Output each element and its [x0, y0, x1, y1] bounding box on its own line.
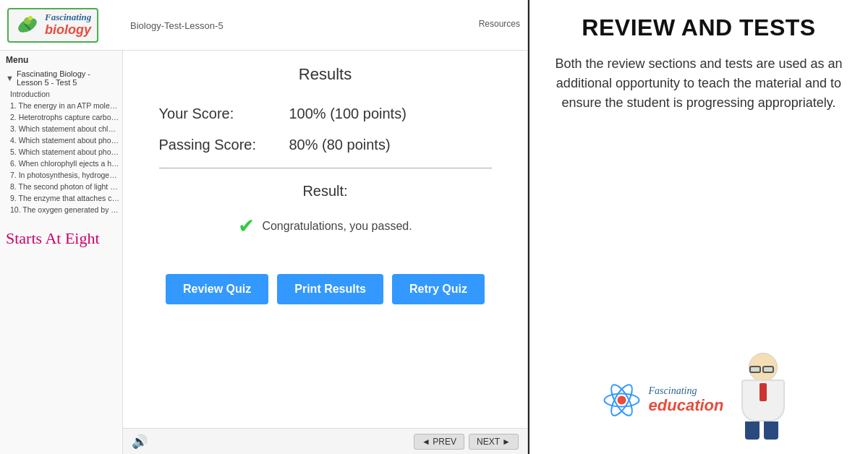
starts-at-eight-logo: Starts At Eight	[0, 215, 122, 254]
professor-tie	[760, 383, 767, 401]
biology-logo-icon	[14, 12, 41, 38]
passing-score-label: Passing Score:	[159, 137, 289, 153]
edu-logo-text: Fascinating education	[649, 385, 724, 414]
atom-icon	[602, 380, 642, 420]
retry-quiz-button[interactable]: Retry Quiz	[392, 274, 485, 304]
list-item[interactable]: 2. Heterotrophs capture carbon f...	[0, 111, 122, 123]
logo-fascinating-text: Fascinating	[45, 12, 91, 22]
check-mark-icon: ✔	[238, 214, 255, 238]
lens-right	[762, 366, 774, 373]
sidebar-intro[interactable]: Introduction	[0, 88, 122, 100]
list-item[interactable]: 3. Which statement about chloro...	[0, 123, 122, 134]
right-panel: REVIEW AND TESTS Both the review section…	[528, 0, 868, 454]
svg-point-4	[617, 395, 626, 404]
prev-button[interactable]: ◄ PREV	[414, 434, 464, 450]
congratulations-area: ✔ Congratulations, you passed.	[238, 214, 412, 238]
edu-fascinating-text: Fascinating	[649, 385, 724, 396]
logo-biology-text: biology	[45, 23, 91, 38]
divider	[159, 168, 492, 168]
list-item[interactable]: 9. The enzyme that attaches carb...	[0, 192, 122, 204]
edu-education-text: education	[649, 397, 724, 414]
professor-figure	[731, 353, 796, 447]
resources-link[interactable]: Resources	[479, 19, 520, 29]
body-area: Menu ▼ Fascinating Biology - Lesson 5 - …	[0, 51, 527, 454]
your-score-value: 100% (100 points)	[289, 106, 407, 122]
congratulations-text: Congratulations, you passed.	[262, 220, 412, 233]
breadcrumb-title: Biology-Test-Lesson-5	[130, 20, 224, 31]
sidebar: Menu ▼ Fascinating Biology - Lesson 5 - …	[0, 51, 123, 454]
right-panel-description: Both the review sections and tests are u…	[551, 54, 846, 341]
list-item[interactable]: 1. The energy in an ATP molecule...	[0, 100, 122, 111]
breadcrumb-area: Biology-Test-Lesson-5 Resources	[123, 19, 520, 32]
results-title: Results	[299, 65, 352, 84]
list-item[interactable]: 7. In photosynthesis, hydrogen io...	[0, 169, 122, 181]
fascinating-edu-logo: Fascinating education	[649, 385, 724, 414]
logo-box: Fascinating biology	[7, 8, 98, 43]
app-header: Fascinating biology Biology-Test-Lesson-…	[0, 0, 527, 51]
professor-legs	[745, 421, 781, 440]
sidebar-section-title[interactable]: ▼ Fascinating Biology - Lesson 5 - Test …	[0, 68, 122, 88]
professor-leg-left	[745, 421, 760, 440]
speaker-icon[interactable]: 🔊	[132, 434, 148, 450]
lens-left	[749, 366, 761, 373]
content-body: Results Your Score: 100% (100 points) Pa…	[123, 51, 527, 428]
svg-point-2	[28, 16, 33, 20]
right-panel-title: REVIEW AND TESTS	[582, 14, 815, 41]
result-label: Result:	[302, 183, 347, 200]
footer-nav: ◄ PREV NEXT ►	[414, 434, 519, 450]
list-item[interactable]: 5. Which statement about photos...	[0, 146, 122, 158]
right-bottom: Fascinating education	[602, 353, 796, 454]
main-content: Results Your Score: 100% (100 points) Pa…	[123, 51, 527, 454]
content-footer: 🔊 ◄ PREV NEXT ►	[123, 428, 527, 454]
list-item[interactable]: 6. When chlorophyll ejects a high...	[0, 158, 122, 169]
your-score-row: Your Score: 100% (100 points)	[159, 106, 492, 122]
sidebar-arrow-icon: ▼	[6, 74, 14, 82]
professor-glasses-icon	[749, 366, 777, 373]
buttons-row: Review Quiz Print Results Retry Quiz	[166, 274, 485, 304]
sidebar-menu-label: Menu	[0, 51, 122, 68]
passing-score-value: 80% (80 points)	[289, 137, 391, 153]
list-item[interactable]: 10. The oxygen generated by pho...	[0, 204, 122, 215]
list-item[interactable]: 8. The second photon of light stri...	[0, 181, 122, 192]
logo-text: Fascinating biology	[45, 12, 91, 37]
review-quiz-button[interactable]: Review Quiz	[166, 274, 268, 304]
logo-area: Fascinating biology	[7, 8, 123, 43]
passing-score-row: Passing Score: 80% (80 points)	[159, 137, 492, 153]
your-score-label: Your Score:	[159, 106, 289, 122]
left-panel: Fascinating biology Biology-Test-Lesson-…	[0, 0, 528, 454]
next-button[interactable]: NEXT ►	[469, 434, 519, 450]
professor-leg-right	[764, 421, 778, 440]
right-footer-logo: Fascinating education	[649, 385, 724, 414]
list-item[interactable]: 4. Which statement about photos...	[0, 134, 122, 146]
print-results-button[interactable]: Print Results	[277, 274, 383, 304]
